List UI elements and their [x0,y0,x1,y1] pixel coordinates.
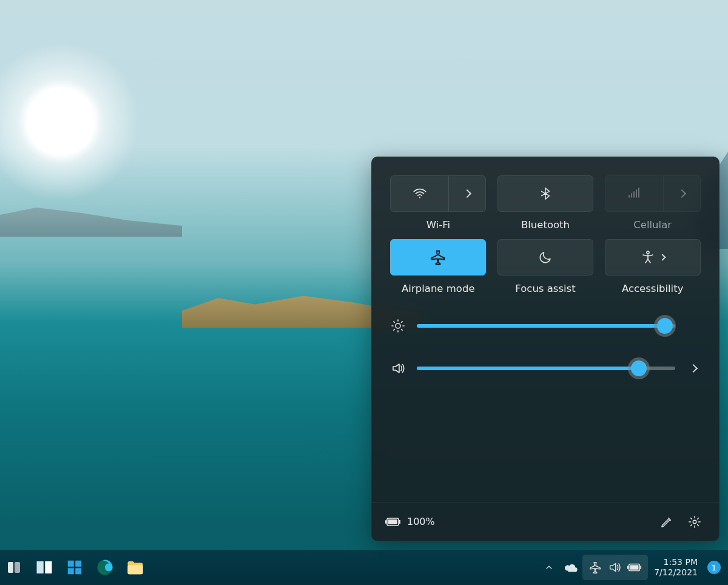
svg-rect-8 [15,562,20,573]
task-view-icon [35,558,53,577]
focus-toggle[interactable] [497,239,593,276]
battery-charging-icon [627,562,642,573]
settings-button[interactable] [684,511,706,533]
quick-settings-grid: Wi-Fi Bluetooth C [372,157,719,300]
wifi-more[interactable] [448,176,485,211]
onedrive-tray[interactable] [561,553,581,581]
wifi-toggle[interactable] [390,175,486,212]
svg-rect-7 [8,562,13,573]
brightness-fill [417,324,665,328]
svg-rect-14 [75,568,81,574]
notification-center-button[interactable]: 1 [707,561,721,574]
volume-thumb[interactable] [631,360,647,376]
pencil-icon [660,515,673,529]
start-button[interactable] [61,553,89,581]
taskbar-pinned-apps [4,553,149,581]
chevron-right-icon [689,364,698,373]
taskbar-date: 7/12/2021 [654,567,698,578]
airplane-label: Airplane mode [402,283,474,294]
moon-icon [538,250,553,265]
svg-point-1 [647,251,649,254]
tile-focus: Focus assist [497,239,594,294]
airplane-toggle[interactable] [390,239,486,276]
bluetooth-icon [539,186,552,201]
accessibility-icon [641,250,655,265]
wifi-toggle-main[interactable] [391,176,448,211]
notification-count: 1 [712,563,716,572]
windows-start-icon [66,558,84,577]
tile-cellular: Cellular [604,175,701,231]
folder-icon [126,559,144,576]
svg-rect-13 [68,568,74,574]
svg-rect-4 [399,520,400,524]
taskbar-systray: 1:53 PM 7/12/2021 1 [539,553,724,581]
taskbar-clock[interactable]: 1:53 PM 7/12/2021 [649,557,703,578]
svg-point-6 [693,520,696,524]
edge-app[interactable] [91,553,119,581]
brightness-row [390,319,701,333]
svg-rect-16 [128,565,143,574]
airplane-icon [588,561,602,574]
volume-output-selector[interactable] [686,365,701,371]
svg-rect-18 [640,566,641,569]
accessibility-toggle[interactable] [605,239,701,276]
chevron-up-icon [544,563,554,572]
quick-settings-sliders [372,300,719,382]
quick-settings-tray-button[interactable] [582,555,648,580]
bluetooth-toggle[interactable] [497,175,593,212]
battery-charging-icon [385,516,401,528]
volume-icon [390,361,406,376]
brightness-icon [390,319,406,333]
bluetooth-label: Bluetooth [521,219,570,231]
task-view-button[interactable] [30,553,58,581]
tile-accessibility: Accessibility [604,239,701,294]
tray-overflow-button[interactable] [539,553,559,581]
edit-quick-settings-button[interactable] [656,511,678,533]
chevron-right-icon [659,254,666,260]
brightness-thumb[interactable] [657,318,673,334]
battery-status[interactable]: 100% [385,516,435,528]
focus-label: Focus assist [515,283,575,294]
quick-settings-panel: Wi-Fi Bluetooth C [371,157,720,541]
wifi-icon [412,186,428,201]
svg-rect-10 [45,561,52,573]
cellular-toggle[interactable] [605,175,701,212]
svg-point-2 [396,323,400,328]
cellular-label: Cellular [633,219,672,231]
gear-icon [688,515,701,529]
tile-airplane: Airplane mode [390,239,487,294]
tile-wifi: Wi-Fi [390,175,487,231]
svg-point-0 [419,197,420,198]
svg-rect-19 [630,565,639,569]
svg-rect-5 [388,519,397,524]
cellular-toggle-main[interactable] [605,176,663,211]
svg-rect-11 [68,561,74,567]
cellular-signal-icon [627,186,641,201]
quick-settings-footer: 100% [372,502,719,541]
widgets-icon [7,560,21,575]
volume-icon [608,561,621,574]
svg-rect-9 [37,561,44,573]
taskbar: 1:53 PM 7/12/2021 1 [0,550,728,585]
svg-rect-12 [75,561,81,567]
accessibility-label: Accessibility [622,283,684,294]
volume-fill [417,367,639,370]
taskbar-time: 1:53 PM [654,557,698,567]
widgets-button[interactable] [0,553,28,581]
wifi-label: Wi-Fi [426,219,450,231]
volume-slider[interactable] [417,367,675,370]
battery-text: 100% [407,516,435,527]
airplane-icon [430,249,447,266]
chevron-right-icon [678,189,686,198]
chevron-right-icon [463,189,471,198]
cellular-more[interactable] [663,176,700,211]
tile-bluetooth: Bluetooth [497,175,594,231]
file-explorer-app[interactable] [121,553,149,581]
volume-row [390,361,701,376]
edge-icon [96,558,114,577]
brightness-slider[interactable] [417,324,675,328]
cloud-icon [564,563,578,572]
